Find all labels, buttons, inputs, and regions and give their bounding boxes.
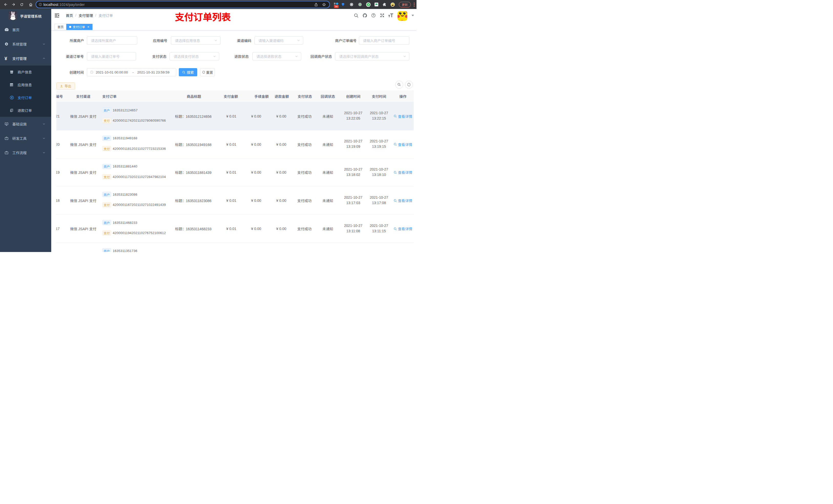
sidebar-item-infrastructure[interactable]: 基础设施: [0, 117, 51, 131]
column-header-status[interactable]: 支付状态: [298, 90, 312, 102]
cell-ptime-date: 2021-10-27: [370, 195, 388, 199]
filter-回调商户状态[interactable]: 请选择订单回调商户状态: [335, 52, 409, 61]
sidebar-item-app-info[interactable]: 应用信息: [0, 78, 51, 91]
column-header-channel[interactable]: 支付渠道: [76, 90, 90, 102]
chevron-down-icon: [43, 151, 45, 154]
fullscreen-button[interactable]: [380, 9, 384, 22]
extension-gem-button[interactable]: [341, 0, 345, 9]
filter-商户订单编号[interactable]: 请输入商户订单编号: [359, 37, 409, 45]
filter-渠道编码[interactable]: 请输入渠道编码: [254, 37, 303, 45]
table-row[interactable]: 20微信 JSAPI 支付 商户1635311949168 支付42000011…: [56, 130, 414, 159]
pay-tag: 支付: [102, 202, 111, 208]
view-detail-link[interactable]: 查看详情: [394, 226, 412, 231]
column-header-id[interactable]: 编号: [56, 90, 63, 102]
github-button[interactable]: [362, 9, 367, 22]
column-header-action[interactable]: 操作: [399, 90, 406, 102]
filter-label: 回调商户状态: [293, 52, 332, 61]
cell-fee: ¥ 0.00: [251, 226, 261, 231]
sidebar-item-payment[interactable]: ¥ 支付管理: [0, 51, 51, 66]
forward-button[interactable]: [11, 0, 16, 9]
extension-y-button[interactable]: [365, 0, 371, 9]
placeholder-text: 请选择退款状态: [256, 54, 282, 59]
chrome-menu-button[interactable]: [413, 0, 415, 9]
site-info-icon[interactable]: [39, 3, 42, 6]
extensions-menu-button[interactable]: [382, 0, 386, 9]
chevron-down-icon: [297, 39, 300, 42]
sidebar-item-home[interactable]: 首页: [0, 23, 51, 37]
sidebar-item-label: 系统管理: [12, 37, 27, 51]
column-header-order[interactable]: 支付订单: [102, 90, 117, 102]
view-detail-link[interactable]: 查看详情: [394, 114, 412, 119]
docs-help-button[interactable]: [371, 9, 376, 22]
search-menu-button[interactable]: [354, 9, 359, 22]
table-row[interactable]: 19微信 JSAPI 支付 商户1635311881440 支付42000011…: [56, 159, 414, 187]
export-button[interactable]: 导出: [56, 82, 75, 90]
placeholder-text: 请选择订单回调商户状态: [339, 54, 379, 59]
breadcrumb-current: 支付订单: [99, 13, 113, 18]
back-button[interactable]: [3, 0, 8, 9]
sidebar-item-dev-tools[interactable]: 研发工具: [0, 131, 51, 145]
user-menu-caret[interactable]: [411, 9, 414, 22]
breadcrumb: 首页 / 支付管理 / 支付订单: [66, 9, 113, 22]
toggle-search-button[interactable]: [395, 81, 403, 89]
column-header-ptime[interactable]: 支付时间: [372, 90, 386, 102]
monitor-icon: [5, 122, 8, 126]
column-header-amount[interactable]: 支付金额: [223, 90, 238, 102]
table-row[interactable]: 21微信 JSAPI 支付 商户1635312124657 支付42000011…: [56, 102, 414, 130]
url-bar[interactable]: localhost:1024/pay/order: [35, 1, 330, 8]
extension-cmd-button[interactable]: [349, 0, 354, 9]
cell-merchant-order: 商户1635311823086: [102, 192, 137, 197]
sidebar-item-workflow[interactable]: 工作流程: [0, 145, 51, 160]
update-label: 更新: [402, 3, 408, 7]
filter-date-range[interactable]: 2021-10-01 00:00:00 - 2021-10-31 23:59:5…: [87, 68, 176, 76]
cell-ctime-time: 13:22:05: [346, 116, 360, 120]
extension-flag-button[interactable]: [374, 0, 378, 9]
search-button[interactable]: 搜索: [179, 68, 197, 76]
sidebar-item-system[interactable]: 系统管理: [0, 37, 51, 51]
app-logo[interactable]: 芋道管理系统: [0, 9, 51, 23]
table-row[interactable]: 18微信 JSAPI 支付 商户1635311823086 支付42000011…: [56, 187, 414, 215]
filter-label: 应用编号: [129, 37, 167, 45]
refresh-table-button[interactable]: [405, 81, 413, 89]
breadcrumb-home[interactable]: 首页: [66, 13, 73, 18]
share-button[interactable]: [314, 3, 318, 7]
sidebar-item-refund-order[interactable]: 退款订单: [0, 104, 51, 117]
view-detail-link[interactable]: 查看详情: [394, 142, 412, 147]
font-size-button[interactable]: [388, 9, 394, 22]
chrome-update-button[interactable]: 更新: [399, 2, 411, 7]
sidebar-item-pay-order[interactable]: 支付订单: [0, 91, 51, 104]
cell-id: 19: [56, 170, 60, 174]
reload-button[interactable]: [20, 0, 24, 9]
fullscreen-icon: [380, 13, 384, 18]
sidebar-toggle-button[interactable]: [55, 9, 59, 22]
profile-avatar-button[interactable]: [390, 0, 395, 9]
puzzle-icon: [382, 3, 386, 7]
close-icon[interactable]: [87, 26, 90, 28]
cell-merchant-order: 商户1635311949168: [102, 136, 137, 141]
user-avatar[interactable]: [398, 11, 407, 21]
bookmark-star-icon: [322, 3, 326, 7]
column-header-notify[interactable]: 回调状态: [321, 90, 335, 102]
column-header-fee[interactable]: 手续金额: [254, 90, 269, 102]
view-detail-link[interactable]: 查看详情: [394, 198, 412, 203]
home-button[interactable]: [28, 0, 33, 9]
view-detail-link[interactable]: 查看详情: [394, 170, 412, 175]
column-header-title[interactable]: 商品标题: [187, 90, 201, 102]
cell-ptime-time: 13:22:15: [372, 116, 386, 120]
search-icon: [182, 71, 186, 74]
reset-button[interactable]: 重置: [200, 68, 215, 76]
cell-fee: ¥ 0.00: [251, 198, 261, 202]
cell-title: 标题：1635311823086: [175, 198, 211, 203]
tab-home[interactable]: 首页: [54, 24, 66, 30]
tab-pay-order[interactable]: 支付订单: [66, 24, 93, 30]
breadcrumb-pay-management[interactable]: 支付管理: [79, 13, 93, 18]
column-header-ctime[interactable]: 创建时间: [346, 90, 360, 102]
sidebar-item-merchant-info[interactable]: 商户信息: [0, 66, 51, 78]
extension-dot-button[interactable]: [358, 0, 362, 9]
url-text: localhost:1024/pay/order: [44, 3, 85, 7]
cell-refund: ¥ 0.00: [277, 142, 286, 146]
column-header-refund[interactable]: 退款金额: [275, 90, 289, 102]
table-row[interactable]: 17微信 JSAPI 支付 商户1635311468233 支付42000011…: [56, 215, 414, 243]
bookmark-button[interactable]: [322, 3, 326, 7]
table-row[interactable]: 16微信 JSAPI 支付 商户1635311351736: [56, 243, 414, 252]
